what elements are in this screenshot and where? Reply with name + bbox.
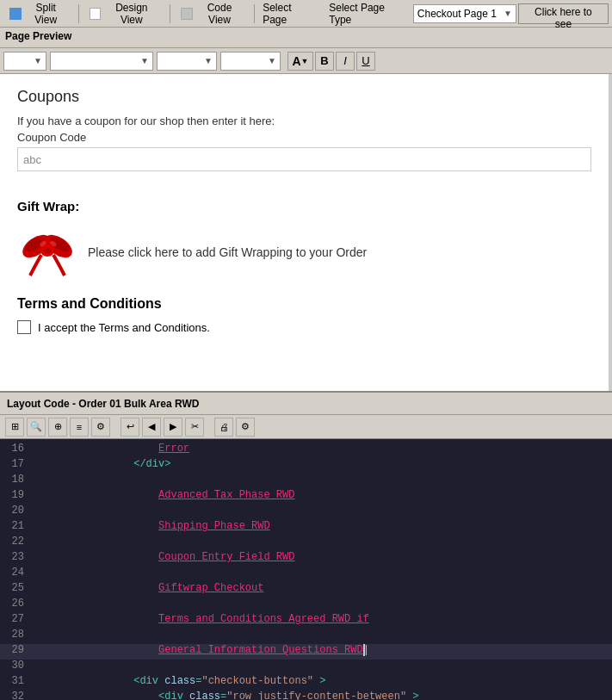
layout-code-panel: Layout Code - Order 01 Bulk Area RWD ⊞ 🔍… — [0, 391, 612, 700]
coupon-description: If you have a coupon for our shop then e… — [17, 115, 591, 127]
coupon-entry-link[interactable]: Coupon Entry Field RWD — [158, 551, 294, 563]
code-view-label: Code View — [195, 2, 244, 26]
line-num-32: 32 — [0, 691, 34, 700]
code-tool-btn-7[interactable]: ◀ — [142, 418, 161, 437]
code-line-18: 18 — [0, 474, 612, 489]
line-content-25: Giftwrap Checkout — [34, 582, 612, 594]
page-type-value: Checkout Page 1 — [417, 8, 497, 20]
code-tool-btn-6[interactable]: ↩ — [121, 418, 139, 437]
line-num-31: 31 — [0, 675, 34, 687]
advanced-tax-link[interactable]: Advanced Tax Phase RWD — [158, 489, 294, 501]
line-content-18 — [34, 474, 612, 486]
terms-title: Terms and Conditions — [17, 296, 591, 312]
code-line-17: 17 </div> — [0, 458, 612, 474]
format-select-2[interactable]: ▼ — [50, 52, 153, 71]
line-num-17: 17 — [0, 458, 34, 470]
terms-checkbox[interactable] — [17, 320, 31, 334]
format-select-1[interactable]: ▼ — [3, 52, 46, 71]
code-tool-btn-8[interactable]: ▶ — [164, 418, 182, 437]
line-content-23: Coupon Entry Field RWD — [34, 551, 612, 563]
attr-val-31: "checkout-buttons" — [201, 675, 313, 687]
code-line-27: 27 Terms and Conditions Agreed RWD if — [0, 613, 612, 629]
code-line-26: 26 — [0, 598, 612, 613]
code-line-23: 23 Coupon Entry Field RWD — [0, 551, 612, 567]
gift-wrap-text[interactable]: Please click here to add Gift Wrapping t… — [88, 245, 367, 259]
shipping-phase-link[interactable]: Shipping Phase RWD — [158, 520, 270, 532]
line-num-23: 23 — [0, 551, 34, 563]
coupon-input[interactable] — [17, 147, 591, 171]
code-view-icon — [181, 8, 193, 20]
page-type-dropdown[interactable]: Checkout Page 1 ▼ — [413, 4, 516, 23]
split-view-icon — [9, 8, 22, 20]
line-num-19: 19 — [0, 489, 34, 501]
divider2 — [170, 4, 170, 23]
code-line-16: 16 Error — [0, 443, 612, 458]
code-line-21: 21 Shipping Phase RWD — [0, 520, 612, 536]
code-tool-btn-3[interactable]: ⊕ — [48, 418, 67, 437]
font-color-button[interactable]: A ▼ — [287, 52, 313, 71]
code-editor[interactable]: 16 Error 17 </div> 18 19 Advanced Tax Ph… — [0, 439, 612, 700]
terms-conditions-link[interactable]: Terms and Conditions Agreed RWD if — [158, 613, 369, 625]
code-line-30: 30 — [0, 660, 612, 675]
click-here-button[interactable]: Click here to see — [518, 3, 609, 24]
italic-button[interactable]: I — [336, 52, 355, 71]
split-view-button[interactable]: Split View — [3, 3, 74, 24]
page-preview-title: Page Preview — [5, 30, 71, 42]
line-content-16: Error — [34, 443, 612, 455]
bold-button[interactable]: B — [315, 52, 334, 71]
giftwrap-checkout-link[interactable]: Giftwrap Checkout — [158, 582, 263, 594]
line-num-30: 30 — [0, 660, 34, 672]
design-view-label: Design View — [103, 2, 159, 26]
code-tool-btn-4[interactable]: ≡ — [70, 418, 89, 437]
line-content-20 — [34, 505, 612, 517]
line-content-28 — [34, 629, 612, 641]
terms-section: Terms and Conditions I accept the Terms … — [17, 296, 591, 334]
code-toolbar: ⊞ 🔍 ⊕ ≡ ⚙ ↩ ◀ ▶ ✂ 🖨 ⚙ — [0, 415, 612, 439]
code-tool-btn-11[interactable]: ⚙ — [236, 418, 255, 437]
dropdown-arrow-2: ▼ — [140, 56, 149, 65]
dropdown-arrow-1: ▼ — [34, 56, 42, 65]
line-content-17: </div> — [34, 458, 612, 470]
code-line-25: 25 Giftwrap Checkout — [0, 582, 612, 598]
layout-code-title: Layout Code - Order 01 Bulk Area RWD — [7, 398, 199, 410]
line-content-32: <div class="row justify-content-between"… — [34, 691, 612, 700]
code-tool-btn-5[interactable]: ⚙ — [91, 418, 110, 437]
code-line-31: 31 <div class="checkout-buttons" > — [0, 675, 612, 691]
code-view-button[interactable]: Code View — [175, 3, 250, 24]
divider3 — [254, 4, 255, 23]
page-preview-bar: Page Preview — [0, 28, 612, 48]
font-format-buttons: A ▼ B I U — [287, 52, 375, 71]
bold-label: B — [320, 54, 328, 67]
font-color-icon: A — [292, 54, 300, 68]
attr-val-32: "row justify-content-between" — [226, 691, 406, 700]
code-line-20: 20 — [0, 505, 612, 520]
line-num-16: 16 — [0, 443, 34, 455]
code-tool-btn-9[interactable]: ✂ — [185, 418, 204, 437]
code-tool-btn-2[interactable]: 🔍 — [27, 418, 46, 437]
general-info-questions-link[interactable]: General Information Questions RWD — [158, 644, 363, 656]
coupons-section: Coupons If you have a coupon for our sho… — [17, 88, 591, 185]
error-link[interactable]: Error — [158, 443, 189, 455]
underline-button[interactable]: U — [356, 52, 375, 71]
code-line-19: 19 Advanced Tax Phase RWD — [0, 489, 612, 505]
dropdown-arrow-icon: ▼ — [504, 9, 512, 18]
design-view-button[interactable]: Design View — [83, 3, 165, 24]
line-num-18: 18 — [0, 474, 34, 486]
code-tool-btn-10[interactable]: 🖨 — [214, 418, 233, 437]
line-content-19: Advanced Tax Phase RWD — [34, 489, 612, 501]
format-select-4[interactable]: ▼ — [220, 52, 281, 71]
code-tool-btn-1[interactable]: ⊞ — [5, 418, 24, 437]
line-num-21: 21 — [0, 520, 34, 532]
line-content-31: <div class="checkout-buttons" > — [34, 675, 612, 687]
line-num-28: 28 — [0, 629, 34, 641]
layout-code-header: Layout Code - Order 01 Bulk Area RWD — [0, 393, 612, 415]
top-bar: Split View Design View Code View Select … — [0, 0, 612, 28]
line-num-25: 25 — [0, 582, 34, 594]
line-content-29: General Information Questions RWD| — [34, 644, 612, 656]
terms-text: I accept the Terms and Conditions. — [38, 321, 210, 334]
code-line-28: 28 — [0, 629, 612, 644]
coupon-label: Coupon Code — [17, 131, 591, 144]
format-select-3[interactable]: ▼ — [157, 52, 217, 71]
line-content-27: Terms and Conditions Agreed RWD if — [34, 613, 612, 625]
line-content-24 — [34, 567, 612, 579]
